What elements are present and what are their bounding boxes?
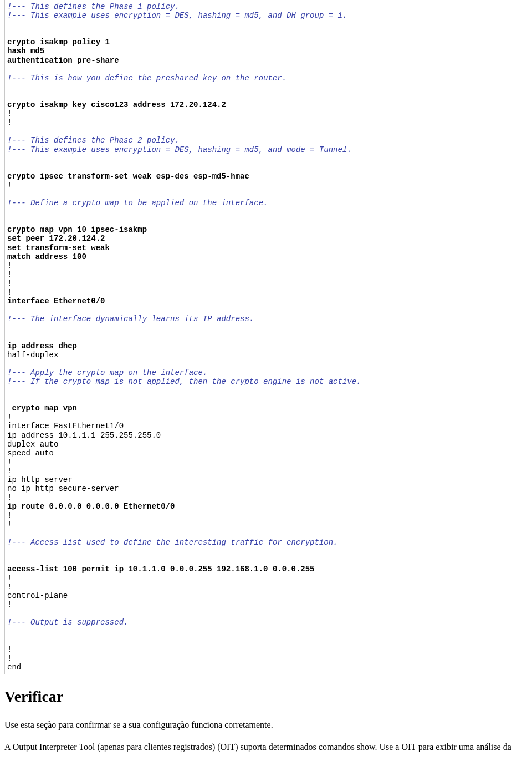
code-line: no ip http secure-server [7, 484, 119, 493]
code-line: crypto map vpn [7, 404, 77, 413]
body-paragraph: A Output Interpreter Tool (apenas para c… [4, 741, 528, 753]
code-line: crypto map vpn 10 ipsec-isakmp [7, 225, 147, 234]
code-line: interface FastEthernet1/0 [7, 422, 124, 430]
code-comment: !--- Output is suppressed. [7, 618, 128, 627]
code-comment: !--- This defines the Phase 1 policy. [7, 2, 180, 11]
code-line: duplex auto [7, 440, 58, 449]
code-comment: !--- This defines the Phase 2 policy. [7, 136, 180, 145]
code-comment: !--- This example uses encryption = DES,… [7, 145, 352, 154]
config-code-block: !--- This defines the Phase 1 policy. !-… [4, 0, 331, 674]
code-comment: !--- Apply the crypto map on the interfa… [7, 368, 207, 377]
code-line: set transform-set weak [7, 244, 110, 252]
code-line: interface Ethernet0/0 [7, 297, 105, 306]
code-line: ip route 0.0.0.0 0.0.0.0 Ethernet0/0 [7, 502, 175, 511]
code-line: crypto isakmp key cisco123 address 172.2… [7, 100, 226, 109]
code-line: ip http server [7, 475, 73, 484]
code-line: half-duplex [7, 351, 58, 359]
code-line: access-list 100 permit ip 10.1.1.0 0.0.0… [7, 565, 315, 574]
code-comment: !--- The interface dynamically learns it… [7, 314, 254, 323]
body-paragraph: Use esta seção para confirmar se a sua c… [4, 719, 528, 731]
section-heading-verify: Verificar [4, 688, 528, 706]
code-line: speed auto [7, 449, 54, 458]
code-line: set peer 172.20.124.2 [7, 234, 105, 243]
code-comment: !--- If the crypto map is not applied, t… [7, 377, 361, 386]
code-line: authentication pre-share [7, 56, 119, 65]
code-comment: !--- Define a crypto map to be applied o… [7, 199, 268, 207]
code-line: hash md5 [7, 47, 44, 55]
code-comment: !--- This is how you define the preshare… [7, 74, 287, 83]
code-line: crypto ipsec transform-set weak esp-des … [7, 172, 249, 181]
code-line: control-plane [7, 591, 68, 600]
code-line: ip address dhcp [7, 342, 77, 351]
code-comment: !--- This example uses encryption = DES,… [7, 11, 347, 20]
code-line: ip address 10.1.1.1 255.255.255.0 [7, 431, 161, 440]
code-line: match address 100 [7, 252, 86, 261]
code-line: end [7, 663, 21, 672]
code-comment: !--- Access list used to define the inte… [7, 538, 338, 547]
code-line: crypto isakmp policy 1 [7, 38, 110, 47]
